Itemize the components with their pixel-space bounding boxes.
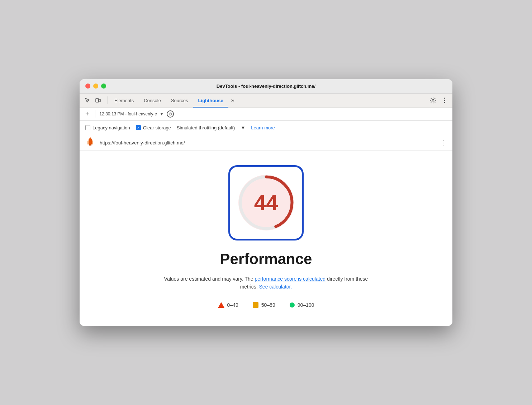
devtools-tabs-bar: Elements Console Sources Lighthouse » <box>80 94 452 108</box>
throttle-dropdown[interactable]: ▼ <box>241 125 245 130</box>
settings-icon[interactable] <box>428 95 438 105</box>
tab-elements[interactable]: Elements <box>109 93 139 108</box>
tab-console[interactable]: Console <box>139 93 166 108</box>
toolbar-row: + 12:30:13 PM - foul-heavenly-c ▼ ⊘ <box>80 108 452 121</box>
legacy-nav-checkbox-label[interactable]: Legacy navigation <box>85 125 130 130</box>
svg-rect-7 <box>89 144 91 146</box>
clear-storage-checkbox[interactable] <box>136 125 141 130</box>
tabs-divider <box>108 96 108 104</box>
svg-point-5 <box>444 102 445 103</box>
legacy-nav-checkbox[interactable] <box>85 125 90 130</box>
performance-description: Values are estimated and may vary. The p… <box>162 275 370 291</box>
svg-rect-0 <box>96 99 99 102</box>
new-tab-button[interactable]: + <box>84 110 91 118</box>
audit-url: https://foul-heavenly-direction.glitch.m… <box>100 140 436 146</box>
toolbar-url-text: 12:30:13 PM - foul-heavenly-c <box>100 111 157 116</box>
main-content: 44 Performance Values are estimated and … <box>80 151 452 326</box>
legend-item-good: 90–100 <box>290 302 314 308</box>
throttle-label: Simulated throttling (default) <box>177 125 235 130</box>
inspect-icon[interactable] <box>82 95 92 105</box>
legend-icon-green <box>290 302 295 308</box>
svg-point-3 <box>444 98 445 99</box>
lighthouse-icon <box>85 137 95 149</box>
legend-item-needs-improvement: 50–89 <box>253 302 275 308</box>
devtools-icon-group <box>82 95 103 105</box>
minimize-button[interactable] <box>93 84 98 89</box>
toolbar-divider <box>95 110 95 118</box>
score-gauge-container: 44 <box>228 165 304 240</box>
tab-sources[interactable]: Sources <box>166 93 193 108</box>
options-row: Legacy navigation Clear storage Simulate… <box>80 121 452 135</box>
toolbar-dropdown-icon[interactable]: ▼ <box>160 112 164 116</box>
devtools-right-icons <box>428 95 450 105</box>
score-arc <box>237 173 296 232</box>
tabs-more-button[interactable]: » <box>228 97 237 104</box>
device-toggle-icon[interactable] <box>93 95 103 105</box>
svg-marker-8 <box>87 140 89 144</box>
titlebar: DevTools - foul-heavenly-direction.glitc… <box>80 79 452 94</box>
svg-rect-1 <box>99 99 100 102</box>
close-button[interactable] <box>85 84 90 89</box>
traffic-lights <box>85 84 106 89</box>
score-gauge-box: 44 <box>228 165 304 240</box>
svg-point-4 <box>444 100 445 101</box>
learn-more-link[interactable]: Learn more <box>251 125 275 130</box>
url-more-button[interactable]: ⋮ <box>440 139 447 147</box>
legend-item-poor: 0–49 <box>218 302 238 308</box>
svg-marker-9 <box>92 140 93 144</box>
devtools-window: DevTools - foul-heavenly-direction.glitc… <box>80 79 452 326</box>
score-legend: 0–49 50–89 90–100 <box>218 302 314 308</box>
legend-icon-orange <box>253 302 258 308</box>
clear-storage-checkbox-label[interactable]: Clear storage <box>136 125 171 130</box>
more-options-icon[interactable] <box>440 95 450 105</box>
legend-icon-red <box>218 302 224 308</box>
tab-lighthouse[interactable]: Lighthouse <box>193 93 228 108</box>
performance-title: Performance <box>220 251 312 268</box>
score-circle: 44 <box>238 175 294 230</box>
cancel-navigation-button[interactable]: ⊘ <box>167 110 174 118</box>
calculator-link[interactable]: See calculator. <box>259 284 292 290</box>
window-title: DevTools - foul-heavenly-direction.glitc… <box>217 84 315 89</box>
perf-score-link[interactable]: performance score is calculated <box>255 276 326 282</box>
fullscreen-button[interactable] <box>101 84 106 89</box>
svg-point-2 <box>432 100 434 101</box>
url-row: https://foul-heavenly-direction.glitch.m… <box>80 135 452 151</box>
